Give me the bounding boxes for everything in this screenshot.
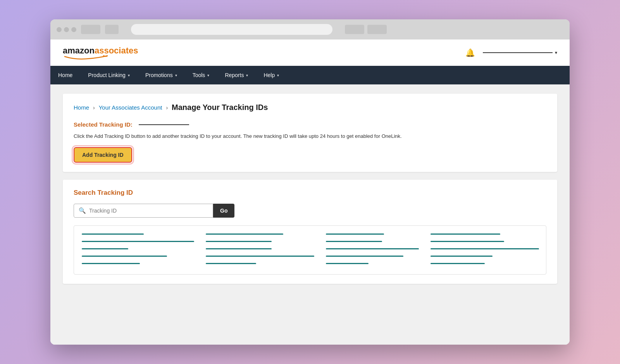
account-name-line xyxy=(483,52,553,53)
breadcrumb-sep-2: › xyxy=(166,105,168,111)
browser-settings-button[interactable] xyxy=(367,25,387,34)
tracking-id-card: Home › Your Associates Account › Manage … xyxy=(63,94,557,172)
table-line xyxy=(326,241,382,242)
tracking-id-info-text: Click the Add Tracking ID button to add … xyxy=(74,132,546,140)
nav-item-product-linking[interactable]: Product Linking ▾ xyxy=(80,66,138,84)
table-rows xyxy=(82,234,538,266)
table-line xyxy=(82,241,194,242)
breadcrumb-sep-1: › xyxy=(93,105,95,111)
dot-close[interactable] xyxy=(57,27,62,32)
search-row: 🔍 Go xyxy=(74,204,546,218)
table-line xyxy=(431,241,504,242)
table-line xyxy=(206,234,283,235)
nav-item-reports[interactable]: Reports ▾ xyxy=(217,66,256,84)
table-line xyxy=(326,256,403,257)
table-line xyxy=(431,234,500,235)
table-col-2 xyxy=(206,234,314,266)
logo[interactable]: amazonassociates xyxy=(63,46,138,60)
table-line xyxy=(326,263,369,264)
browser-forward-button[interactable] xyxy=(105,25,119,34)
nav-label-product-linking: Product Linking xyxy=(88,72,126,78)
table-line xyxy=(82,234,144,235)
account-dropdown-arrow: ▾ xyxy=(555,50,557,55)
breadcrumb: Home › Your Associates Account › Manage … xyxy=(74,103,546,112)
browser-dots xyxy=(57,27,76,32)
main-navigation: Home Product Linking ▾ Promotions ▾ Tool… xyxy=(50,66,570,84)
browser-actions xyxy=(345,25,387,34)
table-line xyxy=(431,256,493,257)
search-icon: 🔍 xyxy=(79,207,86,214)
add-tracking-id-button[interactable]: Add Tracking ID xyxy=(74,147,132,163)
site-header: amazonassociates 🔔 ▾ xyxy=(50,39,570,66)
nav-item-home[interactable]: Home xyxy=(50,66,80,84)
table-line xyxy=(431,263,485,264)
nav-arrow-promotions: ▾ xyxy=(175,73,177,77)
table-line xyxy=(82,263,140,264)
table-col-4 xyxy=(431,234,539,266)
nav-label-home: Home xyxy=(58,72,72,78)
logo-associates-text: associates xyxy=(95,46,138,56)
table-line xyxy=(431,248,539,249)
breadcrumb-current-page: Manage Your Tracking IDs xyxy=(172,103,268,112)
dot-maximize[interactable] xyxy=(71,27,76,32)
nav-arrow-reports: ▾ xyxy=(246,73,248,77)
breadcrumb-account-link[interactable]: Your Associates Account xyxy=(99,104,162,111)
browser-back-button[interactable] xyxy=(81,25,100,34)
page-content: Home › Your Associates Account › Manage … xyxy=(50,84,570,345)
search-tracking-title: Search Tracking ID xyxy=(74,189,546,197)
nav-item-promotions[interactable]: Promotions ▾ xyxy=(138,66,185,84)
nav-label-help: Help xyxy=(264,72,275,78)
table-line xyxy=(82,248,128,249)
search-go-button[interactable]: Go xyxy=(213,204,234,218)
search-input[interactable] xyxy=(89,208,205,214)
table-line xyxy=(206,263,256,264)
table-line xyxy=(326,248,419,249)
header-right: 🔔 ▾ xyxy=(465,48,557,57)
search-tracking-card: Search Tracking ID 🔍 Go xyxy=(63,180,557,284)
table-line xyxy=(206,241,272,242)
table-col-3 xyxy=(326,234,419,266)
selected-tracking-id-text: Selected Tracking ID: xyxy=(74,121,133,128)
notification-bell-icon[interactable]: 🔔 xyxy=(465,48,475,57)
nav-item-tools[interactable]: Tools ▾ xyxy=(185,66,217,84)
results-table xyxy=(74,225,546,275)
nav-arrow-product-linking: ▾ xyxy=(128,73,130,77)
table-line xyxy=(82,256,167,257)
browser-chrome xyxy=(50,19,570,39)
nav-label-reports: Reports xyxy=(225,72,244,78)
tracking-id-value-line xyxy=(139,124,189,125)
dot-minimize[interactable] xyxy=(64,27,69,32)
browser-window: amazonassociates 🔔 ▾ Home Pro xyxy=(50,19,570,345)
nav-item-help[interactable]: Help ▾ xyxy=(256,66,287,84)
search-input-wrapper[interactable]: 🔍 xyxy=(74,204,213,218)
browser-content: amazonassociates 🔔 ▾ Home Pro xyxy=(50,39,570,345)
browser-menu-button[interactable] xyxy=(345,25,364,34)
table-col-1 xyxy=(82,234,194,266)
table-line xyxy=(206,256,314,257)
table-line xyxy=(326,234,384,235)
nav-arrow-tools: ▾ xyxy=(207,73,209,77)
account-dropdown[interactable]: ▾ xyxy=(483,50,557,55)
logo-amazon-text: amazon xyxy=(63,46,95,56)
tracking-id-label: Selected Tracking ID: xyxy=(74,121,546,128)
browser-address-bar[interactable] xyxy=(131,24,332,35)
nav-label-promotions: Promotions xyxy=(145,72,173,78)
table-line xyxy=(206,248,272,249)
nav-label-tools: Tools xyxy=(193,72,205,78)
nav-arrow-help: ▾ xyxy=(277,73,279,77)
logo-smile-icon xyxy=(63,55,109,60)
breadcrumb-home-link[interactable]: Home xyxy=(74,104,89,111)
